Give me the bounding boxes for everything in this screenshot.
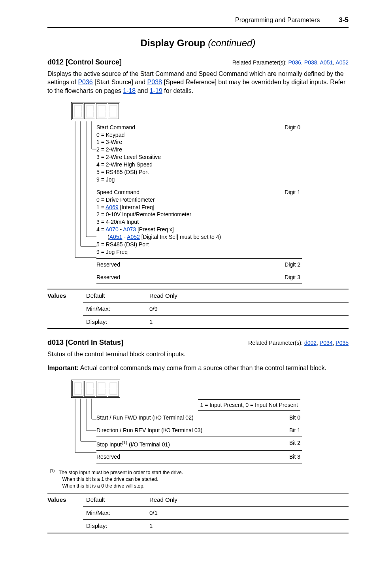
bracket-connector-icon [71,121,96,264]
digit0-line: 4 = 2-Wire High Speed [96,161,280,168]
desc-link-118[interactable]: 1-18 [123,87,136,94]
seven-seg-digit [72,103,83,119]
values-minmax-key: Min/Max: [83,507,146,520]
param-name-d012: d012 [Control Source] [47,57,122,67]
section-title: Display Group (continued) [47,37,349,49]
digit0-line: 9 = Jog [96,176,280,183]
desc-mid1: [Start Source] and [94,79,147,85]
text: - [119,226,123,233]
seven-seg-display-d013 [71,380,120,398]
bit3-label: Reserved [96,453,285,461]
seven-seg-digit [108,381,119,397]
footnote-d013: (1) The stop input must be present in or… [50,468,349,490]
text: 1 = [96,204,106,210]
values-table-d012: Values Default Read Only Min/Max: 0/9 Di… [47,289,349,329]
digit1-line: 5 = RS485 (DSI) Port [96,241,280,248]
digit2-label: Digit 2 [285,261,300,268]
text: [Digital Inx Sel] must be set to 4) [140,234,221,240]
values-minmax-key: Min/Max: [83,302,146,315]
values-display-val: 1 [146,520,349,533]
digit1-line: (A051 - A052 [Digital Inx Sel] must be s… [96,233,280,241]
bit1-value: Bit 1 [289,427,300,434]
section-title-text: Display Group [141,38,205,48]
bit2-value: Bit 2 [289,439,300,448]
digit2-title: Reserved [96,261,280,268]
text: [Internal Freq] [119,204,155,210]
param-desc-d012: Displays the active source of the Start … [47,70,349,95]
bit1-label: Direction / Run REV Input (I/O Terminal … [96,427,285,434]
seven-seg-digit [96,381,107,397]
values-table-d013: Values Default Read Only Min/Max: 0/1 Di… [47,493,349,533]
digit3-label: Digit 3 [285,274,300,281]
values-display-key: Display: [83,316,146,329]
digit1-line: 3 = 4-20mA Input [96,218,280,226]
section-title-continued: (continued) [208,38,255,48]
link-a073[interactable]: A073 [123,226,136,233]
link-a052[interactable]: A052 [127,234,140,240]
values-default-val: Read Only [146,289,349,303]
values-display-val: 1 [146,316,349,329]
digit0-line: 1 = 3-Wire [96,138,280,146]
bit-table-d013: 1 = Input Present, 0 = Input Not Present… [96,399,302,463]
header-page-number: 3-5 [339,16,349,25]
bit2-label: Stop Input(1) (I/O Terminal 01) [96,439,285,448]
digit1-line: 4 = A070 - A073 [Preset Freq x] [96,226,280,233]
text: [Preset Freq x] [136,226,174,233]
page-header: Programming and Parameters 3-5 [47,16,349,28]
seven-seg-digit [72,381,83,397]
desc-post: for details. [164,87,193,94]
digit0-title: Start Command [96,124,280,131]
digit0-line: 3 = 2-Wire Level Sensitive [96,153,280,161]
link-a070[interactable]: A070 [106,226,119,233]
seven-seg-digit [96,103,107,119]
values-minmax-val: 0/1 [146,507,349,520]
text: - [122,234,127,240]
bit0-value: Bit 0 [289,414,300,422]
param-desc-d013-2: Important: Actual control commands may c… [47,364,349,372]
related-label: Related Parameter(s): [232,59,288,66]
related-link-a051[interactable]: A051 [320,59,333,66]
related-link-p035[interactable]: P035 [336,340,349,346]
seven-seg-digit [84,381,95,397]
important-label: Important: [47,365,79,371]
related-link-d002[interactable]: d002 [304,340,317,346]
values-default-val: Read Only [146,493,349,507]
digit1-line: 2 = 0-10V Input/Remote Potentiometer [96,211,280,218]
seven-seg-digit [84,103,95,119]
desc-link-p038[interactable]: P038 [147,79,162,85]
desc-link-p036[interactable]: P036 [78,79,92,85]
desc-and: and [138,87,150,94]
param-related-d013: Related Parameter(s): d002, P034, P035 [248,339,349,347]
param-related-d012: Related Parameter(s): P036, P038, A051, … [232,59,349,66]
related-link-p036[interactable]: P036 [288,59,301,66]
digit1-line: 0 = Drive Potentiometer [96,196,280,204]
important-text: Actual control commands may come from a … [80,365,326,371]
related-link-p034[interactable]: P034 [320,340,333,346]
footnote-line: The stop input must be present in order … [58,470,183,475]
seven-seg-digit [108,103,119,119]
digit0-line: 5 = RS485 (DSI) Port [96,168,280,176]
bit0-label: Start / Run FWD Input (I/O Terminal 02) [96,414,285,422]
footnote-line: When this bit is a 0 the drive will stop… [62,483,144,489]
digit0-label: Digit 0 [285,124,300,183]
digit1-line: 1 = A069 [Internal Freq] [96,204,280,211]
param-desc-d013-1: Status of the control terminal block con… [47,350,349,359]
related-link-a052[interactable]: A052 [336,59,349,66]
digit3-title: Reserved [96,274,280,281]
footnote-line: When this bit is a 1 the drive can be st… [62,476,158,482]
values-display-key: Display: [83,520,146,533]
digit0-line: 0 = Keypad [96,131,280,139]
link-a069[interactable]: A069 [106,204,119,210]
link-a051[interactable]: A051 [109,234,123,240]
values-minmax-val: 0/9 [146,302,349,315]
bracket-connector-icon [71,399,96,458]
desc-link-119[interactable]: 1-19 [150,87,162,94]
values-default-key: Default [83,493,146,507]
text: 4 = [96,226,106,233]
param-name-d013: d013 [Contrl In Status] [47,338,123,347]
seven-seg-display-d012 [71,102,120,120]
values-default-key: Default [83,289,146,303]
footnote-marker: (1) [50,469,55,473]
related-link-p038[interactable]: P038 [304,59,317,66]
related-label: Related Parameter(s): [248,340,304,346]
